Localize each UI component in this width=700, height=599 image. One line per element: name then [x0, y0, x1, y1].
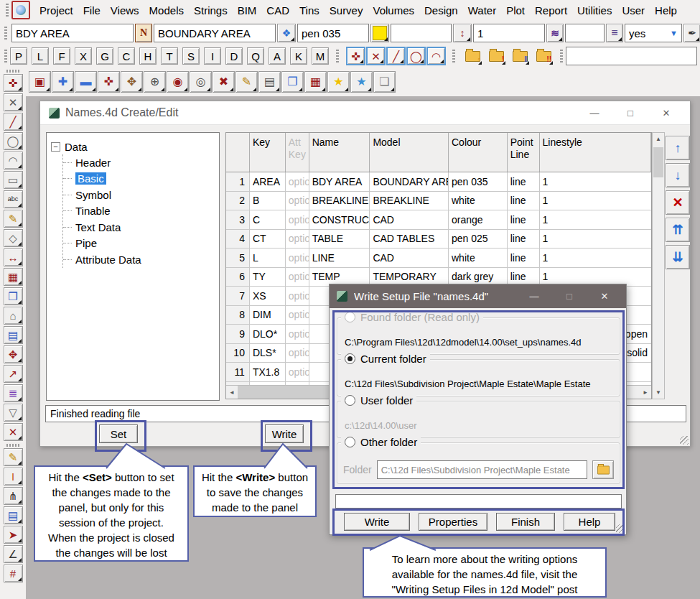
colour-line-button[interactable]: ≣: [4, 384, 23, 402]
toolbar-drag-handle[interactable]: [6, 444, 19, 447]
colour-cell[interactable]: white: [449, 249, 508, 268]
mode-button-k[interactable]: K: [290, 47, 307, 65]
row-number[interactable]: 8: [226, 306, 250, 325]
mode-button-x[interactable]: X: [75, 47, 92, 65]
zoom-extents-button[interactable]: ✜: [98, 71, 120, 93]
menu-water[interactable]: Water: [463, 2, 501, 19]
user-folder-radio[interactable]: [345, 395, 355, 406]
toolbar-drag-handle[interactable]: [560, 50, 563, 62]
mode-button-g[interactable]: G: [96, 47, 113, 65]
linestyle-cell[interactable]: 1: [540, 210, 651, 230]
tree-item-pipe[interactable]: Pipe: [63, 236, 215, 252]
rectangle-create-button[interactable]: ▭: [4, 171, 23, 189]
tree-item-symbol[interactable]: Symbol: [63, 187, 215, 203]
brush-button[interactable]: ✎: [235, 71, 258, 93]
key-cell[interactable]: TY: [250, 268, 286, 287]
copy-view-button[interactable]: ❐: [281, 71, 304, 93]
mode-button-q[interactable]: Q: [247, 47, 264, 65]
key-cell[interactable]: CT: [250, 230, 286, 249]
mode-button-s[interactable]: S: [182, 47, 200, 65]
row-number[interactable]: 6: [226, 268, 250, 287]
row-number[interactable]: 4: [226, 230, 250, 249]
menu-file[interactable]: File: [78, 2, 106, 19]
copy-element-button[interactable]: ❐: [4, 287, 23, 305]
resize-grip[interactable]: [680, 436, 689, 445]
key-cell[interactable]: B: [250, 192, 286, 211]
toolbar-drag-handle[interactable]: [4, 50, 7, 62]
scrollbar-thumb[interactable]: [653, 147, 663, 177]
point-line-cell[interactable]: line: [508, 192, 540, 211]
toolbar-drag-handle[interactable]: [6, 4, 9, 17]
att-key-cell[interactable]: option: [286, 268, 309, 287]
favourites-blue-button[interactable]: ★: [350, 71, 373, 93]
model-cell[interactable]: BOUNDARY AREA: [370, 172, 449, 192]
menu-bim[interactable]: BIM: [233, 2, 262, 19]
text-box-button[interactable]: I: [4, 468, 23, 486]
mode-button-d[interactable]: D: [225, 47, 243, 65]
menu-survey[interactable]: Survey: [325, 2, 368, 19]
row-number[interactable]: 3: [226, 210, 250, 230]
mode-button-t[interactable]: T: [161, 47, 178, 65]
finish-button[interactable]: Finish: [496, 513, 555, 531]
mode-button-m[interactable]: M: [312, 47, 329, 65]
message-field[interactable]: [335, 494, 622, 509]
point-snap-button[interactable]: ✜: [346, 47, 365, 65]
folder-pause-button[interactable]: ‖: [510, 47, 530, 65]
cross-snap-button[interactable]: ✕: [366, 47, 386, 65]
name-cell[interactable]: TABLE: [309, 230, 370, 249]
zoom-all-button[interactable]: ◉: [167, 71, 189, 93]
row-number[interactable]: 2: [226, 192, 250, 211]
new-view-button[interactable]: ❏: [373, 71, 396, 93]
mode-button-i[interactable]: I: [204, 47, 221, 65]
model-cell[interactable]: BREAKLINE: [370, 192, 449, 211]
model-input[interactable]: BOUNDARY AREA: [154, 24, 276, 42]
att-key-cell[interactable]: option: [286, 306, 309, 325]
weight-picker-button[interactable]: ≋: [546, 24, 564, 42]
name-cell[interactable]: CONSTRUCT: [309, 210, 370, 230]
collapse-icon[interactable]: −: [51, 142, 60, 152]
model-cell[interactable]: CAD: [370, 249, 449, 268]
att-key-cell[interactable]: option: [286, 287, 309, 306]
polygon-create-button[interactable]: ⌂: [4, 307, 23, 325]
column-header-2[interactable]: Att Key: [286, 133, 309, 172]
tree-item-tinable[interactable]: Tinable: [63, 203, 215, 220]
key-cell[interactable]: DIM: [250, 306, 286, 325]
resize-grip[interactable]: [616, 524, 625, 533]
toolbar-drag-handle[interactable]: [452, 50, 455, 62]
column-header-0[interactable]: [226, 133, 250, 172]
tree-item-attribute-data[interactable]: Attribute Data: [63, 251, 215, 268]
key-cell[interactable]: DLO*: [250, 325, 286, 344]
minimize-button[interactable]: —: [520, 287, 549, 306]
polygon-add-button[interactable]: ◇: [4, 229, 23, 247]
colour-cell[interactable]: pen 035: [449, 172, 508, 192]
toolbar-drag-handle[interactable]: [6, 70, 19, 73]
column-header-4[interactable]: Model: [370, 133, 449, 172]
line-snap-button[interactable]: ╱: [386, 47, 406, 65]
row-number[interactable]: 10: [226, 344, 250, 363]
att-key-cell[interactable]: option: [286, 210, 309, 230]
key-cell[interactable]: AREA: [250, 172, 286, 192]
move-element-button[interactable]: ✥: [4, 345, 23, 363]
current-folder-radio[interactable]: [345, 353, 355, 364]
zoom-dynamic-button[interactable]: ⊕: [144, 71, 166, 93]
column-header-3[interactable]: Name: [309, 133, 370, 172]
circle-snap-button[interactable]: ◯: [406, 47, 426, 65]
road-plan-button[interactable]: ➤: [4, 526, 23, 544]
tree-item-header[interactable]: Header: [63, 154, 215, 171]
colour-cell[interactable]: white: [449, 192, 508, 211]
menu-user[interactable]: User: [617, 2, 650, 19]
scroll-down-icon[interactable]: ▼: [653, 386, 664, 399]
att-key-cell[interactable]: option: [286, 363, 309, 382]
mode-button-p[interactable]: P: [10, 47, 27, 65]
sketch-button[interactable]: ✎: [4, 448, 23, 466]
weight-input[interactable]: 1: [473, 24, 545, 42]
sort-button[interactable]: ↕: [453, 24, 472, 42]
arc-create-button[interactable]: ◠: [4, 152, 23, 170]
pan-button[interactable]: ✥: [121, 71, 143, 93]
add-view-button[interactable]: ✚: [52, 71, 74, 93]
write-button[interactable]: Write: [344, 513, 410, 531]
name-cell[interactable]: BREAKLINE: [309, 192, 370, 211]
att-key-cell[interactable]: option: [286, 325, 309, 344]
symbol-draw-button[interactable]: ✎: [4, 210, 23, 228]
att-key-cell[interactable]: option: [286, 172, 309, 192]
